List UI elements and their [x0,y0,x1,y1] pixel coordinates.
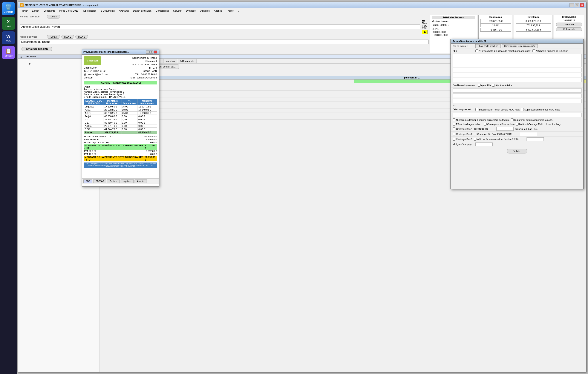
menu-comptabilite[interactable]: Comptabilité [154,9,171,12]
calendrier-button[interactable]: Calendrier [556,22,582,26]
mo3-button[interactable]: M.O. 3 [75,35,88,39]
maximize-button[interactable]: □ [575,3,579,7]
ajout-no-affaire-checkbox[interactable] [492,84,495,87]
suppr-auto-check: Supprimer automatiquement les cha... [511,118,554,121]
afficher-formule-checkbox[interactable] [474,138,476,140]
reduction-checkbox[interactable] [453,123,455,126]
annuler-button[interactable]: Annuler [135,180,147,183]
null-text: null [451,104,583,107]
nb-checkbox-1[interactable] [475,49,478,52]
centrage-bas3-checkbox[interactable] [453,138,455,140]
menu-mode-calcul[interactable]: Mode Calcul 2019 [58,9,80,12]
menu-theme[interactable]: Thème [225,9,235,12]
honoraires-val3: 71 935,71 € [480,28,511,32]
centrage-rib-bas-checkbox[interactable] [474,133,476,135]
params-valider: Valider [451,147,583,155]
preview-maximize-button[interactable]: □ [150,51,153,53]
nb-lignes-input[interactable]: 0 [475,142,493,146]
taille-texte-bas-label: Taille texte bas : [474,128,495,130]
nb-label: NB : [453,50,474,52]
structure-mission-button[interactable]: Structure Mission [21,47,52,51]
operation-block: Nom de l'opération Détail Annexe Lycée J… [20,15,429,53]
maitre-ouvrage-checkbox[interactable] [516,123,519,126]
centrage-entetes-checkbox[interactable] [484,123,487,126]
params-row-centrage-bas2: Centrage Bas 2 Centrage Rib Bas Position… [451,131,583,137]
enveloppe-val1: 3 659 678,55 € [516,19,551,23]
suppr-auto-checkbox[interactable] [511,118,514,121]
menu-edition[interactable]: Edition [30,9,41,12]
suppr-raison-checkbox[interactable] [475,108,478,111]
suppr-donnees-check: Suppresssion données MOE haut [521,108,560,111]
recycle-bin-icon[interactable]: 🗑️ Corbeille [2,2,15,15]
operation-label: Nom de l'opération [20,15,46,18]
preview-close-button[interactable]: ✕ [154,51,157,53]
suppr-raison-check: Suppresssion raison sociale MOE haut [475,108,520,111]
paperbin-app-icon[interactable]: 📋 Fabricain [2,46,15,59]
menu-type-mission[interactable]: Type mission [81,9,98,12]
params-valider-button[interactable]: Valider [507,149,527,153]
pdf-a3-button[interactable]: PDF/A-3 [93,180,106,183]
factur-x-button[interactable]: Factur-x [107,180,120,183]
detail-moa-button[interactable]: Détail [47,35,60,39]
menu-synthese[interactable]: Synthèse [184,9,197,12]
position-y-mo-input[interactable]: 0 [520,132,537,136]
position-y-rib-label: Position Y RIB : [504,138,525,140]
mission-row-1: A.P.S. 28 698,85 € 50,00 14 349,03 € [84,108,157,111]
centrage-bas2-check: Centrage Bas 2 [453,133,472,135]
suppr-donnees-checkbox[interactable] [521,108,524,111]
ajout-rib-check: Ajout Rib [478,84,491,87]
travaux-taux: 20.0% [432,28,438,30]
preview-minimize-button[interactable]: ─ [146,51,150,53]
menu-devis-facturation[interactable]: Devis/Facturation [131,9,153,12]
taille-texte-bas-input[interactable]: 0.0 [496,127,514,131]
menu-avenants[interactable]: Avenants [117,9,131,12]
graphique2-label: graphique 2 bas Fact... [515,128,539,130]
menu-aide[interactable]: ? [236,9,241,12]
nb-checkbox-2[interactable] [532,49,535,52]
pdf-button[interactable]: PDF [83,180,92,183]
centrage-bas1-checkbox[interactable] [453,128,455,130]
centrage-bas2-checkbox[interactable] [453,133,455,135]
centrage-entetes-check: Centrage en-têtes tableau [484,123,514,126]
excel-app-icon[interactable]: X Excel [2,17,15,30]
minimize-button[interactable]: ─ [569,3,574,7]
montant-travaux-value[interactable]: 3 300 000,00 € [432,23,475,27]
invoice-totals: TOTAL AVANCEMENT - HT 44 314,47 € Total … [84,135,157,161]
choix-couleur-texte-button[interactable]: Choix couleur texte zone colorée [502,44,538,48]
preview-title: Prévisualisation facture modèle 22 (phas… [83,51,146,53]
tva-20-row: TVA 20,0 % 8 862,89 € [84,150,157,153]
params-row-centrage-bas3: Centrage Bas 3 Afficher formule révision… [451,137,583,142]
insertion-logo-label: Insertion Logo [546,123,561,126]
close-button[interactable]: ✕ [580,3,584,7]
word-app-icon[interactable]: W Word [2,31,15,44]
moa-value[interactable]: Département du Rhône [20,40,429,44]
position-y-rib-input[interactable]: 0 [526,137,544,141]
menu-cotraitants[interactable]: Cotraitants [42,9,57,12]
menu-agence[interactable]: Agence [212,9,224,12]
tab-insertion[interactable]: Insertion [163,59,177,63]
c-inversee-button[interactable]: C. Inversée [556,27,582,31]
imprimer-button[interactable]: Imprimer [121,180,134,183]
menu-utilitaires[interactable]: Utilitaires [198,9,211,12]
choix-couleur-button[interactable]: Choix couleur facture [475,44,501,48]
honoraires-title: Honoraires [480,16,511,18]
numero-dossier-checkbox[interactable] [453,118,455,121]
reduction-check: Réduction largeur table... [453,123,483,126]
tab-5-documents[interactable]: 5 Documents [178,59,197,63]
invoice-ref: FACTURE : F02017000001 du 12/02/2018 [84,81,157,85]
travaux-tva: 660 000,00 € [432,31,445,33]
total-deja-row: TOTAL déjà facture - HT 0,00 € [84,141,157,144]
bas-facture-field [453,68,582,72]
preview-bottom-buttons: PDF PDF/A-3 Factur-x Imprimer Annuler [82,178,159,184]
menu-5-documents[interactable]: 5 Documents [99,9,116,12]
travaux-title: Détail des Travaux [432,16,475,19]
menu-fichier[interactable]: Fichier [19,9,30,12]
mo2-button[interactable]: M.O. 2 [62,35,74,39]
montant-note-row: MONTANT DE LA PRÉSENTE NOTE D'HONORAIRES… [84,144,157,150]
detail-button[interactable]: Détail [47,15,60,19]
title-bar: M MEDICIS 26 - V 26.20 - CHARLET ARCHITE… [18,2,586,8]
missions-col-4: Montants Avancement [137,99,157,105]
menu-serveur[interactable]: Serveur [171,9,183,12]
operation-value[interactable]: Annexe Lycée Jacques Prévert [20,24,420,29]
ajout-rib-checkbox[interactable] [478,84,481,87]
